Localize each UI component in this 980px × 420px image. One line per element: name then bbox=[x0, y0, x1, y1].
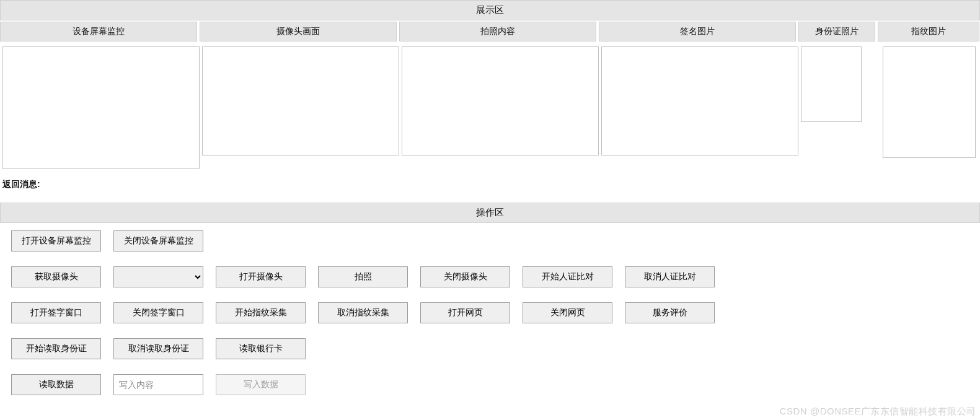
button-row-1: 打开设备屏幕监控 关闭设备屏幕监控 bbox=[11, 230, 969, 252]
service-review-button[interactable]: 服务评价 bbox=[625, 302, 715, 323]
box-signature-image bbox=[601, 46, 798, 155]
col-signature-image: 签名图片 bbox=[599, 22, 796, 42]
display-columns-header: 设备屏幕监控 摄像头画面 拍照内容 签名图片 身份证照片 指纹图片 bbox=[0, 22, 980, 42]
open-camera-button[interactable]: 打开摄像头 bbox=[216, 266, 306, 287]
col-id-photo: 身份证照片 bbox=[798, 22, 875, 42]
button-row-5: 读取数据 写入数据 bbox=[11, 374, 969, 395]
write-data-button[interactable]: 写入数据 bbox=[216, 374, 306, 395]
open-sign-window-button[interactable]: 打开签字窗口 bbox=[11, 302, 101, 323]
operation-button-area: 打开设备屏幕监控 关闭设备屏幕监控 获取摄像头 打开摄像头 拍照 关闭摄像头 开… bbox=[0, 223, 980, 395]
col-photo-content: 拍照内容 bbox=[399, 22, 596, 42]
col-device-monitor: 设备屏幕监控 bbox=[0, 22, 197, 42]
take-photo-button[interactable]: 拍照 bbox=[318, 266, 408, 287]
read-bank-card-button[interactable]: 读取银行卡 bbox=[216, 338, 306, 359]
box-device-monitor bbox=[2, 46, 200, 169]
close-camera-button[interactable]: 关闭摄像头 bbox=[420, 266, 510, 287]
box-photo-content bbox=[402, 46, 599, 155]
col-camera-view: 摄像头画面 bbox=[200, 22, 397, 42]
close-device-monitor-button[interactable]: 关闭设备屏幕监控 bbox=[113, 230, 203, 252]
camera-select[interactable] bbox=[113, 266, 203, 287]
write-content-input[interactable] bbox=[113, 374, 203, 395]
box-id-photo bbox=[801, 46, 862, 122]
operation-section-header: 操作区 bbox=[0, 203, 980, 223]
close-webpage-button[interactable]: 关闭网页 bbox=[523, 302, 612, 323]
open-webpage-button[interactable]: 打开网页 bbox=[420, 302, 510, 323]
start-face-compare-button[interactable]: 开始人证比对 bbox=[523, 266, 612, 287]
button-row-4: 开始读取身份证 取消读取身份证 读取银行卡 bbox=[11, 338, 969, 359]
display-section-header: 展示区 bbox=[0, 0, 980, 20]
box-fingerprint bbox=[883, 46, 976, 158]
read-data-button[interactable]: 读取数据 bbox=[11, 374, 101, 395]
open-device-monitor-button[interactable]: 打开设备屏幕监控 bbox=[11, 230, 101, 252]
col-fingerprint: 指纹图片 bbox=[878, 22, 979, 42]
close-sign-window-button[interactable]: 关闭签字窗口 bbox=[113, 302, 203, 323]
start-read-id-button[interactable]: 开始读取身份证 bbox=[11, 338, 101, 359]
cancel-fingerprint-button[interactable]: 取消指纹采集 bbox=[318, 302, 408, 323]
box-camera-view bbox=[202, 46, 399, 155]
display-boxes-row bbox=[0, 46, 980, 169]
start-fingerprint-button[interactable]: 开始指纹采集 bbox=[216, 302, 306, 323]
get-camera-button[interactable]: 获取摄像头 bbox=[11, 266, 101, 287]
return-message-label: 返回消息: bbox=[0, 169, 980, 203]
button-row-2: 获取摄像头 打开摄像头 拍照 关闭摄像头 开始人证比对 取消人证比对 bbox=[11, 266, 969, 287]
cancel-face-compare-button[interactable]: 取消人证比对 bbox=[625, 266, 715, 287]
button-row-3: 打开签字窗口 关闭签字窗口 开始指纹采集 取消指纹采集 打开网页 关闭网页 服务… bbox=[11, 302, 969, 323]
cancel-read-id-button[interactable]: 取消读取身份证 bbox=[113, 338, 203, 359]
